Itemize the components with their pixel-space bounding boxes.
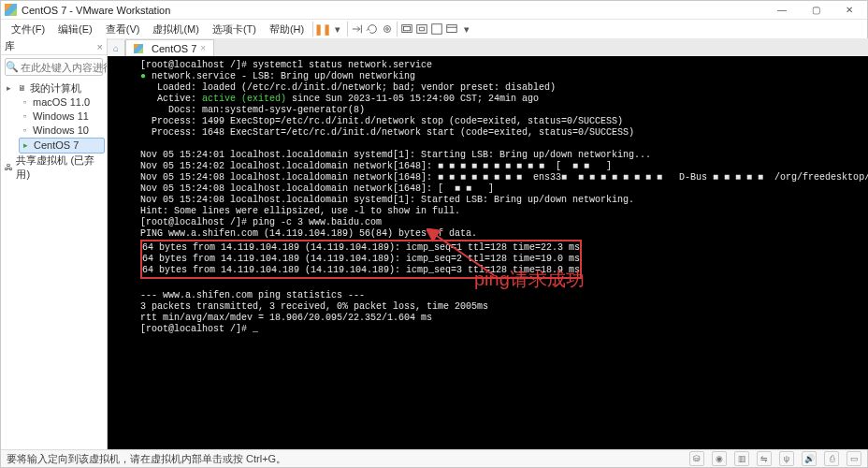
- menu-help[interactable]: 帮助(H): [263, 22, 311, 37]
- shared-icon: 🖧: [4, 163, 13, 173]
- sidebar-title: 库: [5, 39, 15, 53]
- tree-shared[interactable]: 🖧共享虚拟机 (已弃用): [3, 154, 105, 182]
- titlebar: CentOS 7 - VMware Workstation — ▢ ✕: [1, 1, 867, 20]
- device-floppy-icon[interactable]: ▥: [734, 451, 749, 466]
- tab-home[interactable]: ⌂: [108, 40, 125, 56]
- sidebar-close-icon[interactable]: ×: [97, 41, 103, 52]
- tab-vm-icon: [134, 44, 143, 53]
- svg-point-0: [384, 26, 391, 33]
- unity-icon[interactable]: [444, 22, 459, 37]
- svg-point-1: [386, 28, 389, 31]
- terminal[interactable]: [root@localhost /]# systemctl status net…: [108, 56, 868, 449]
- svg-rect-3: [404, 26, 411, 30]
- vm-running-icon: ▸: [21, 140, 31, 151]
- menubar: 文件(F) 编辑(E) 查看(V) 虚拟机(M) 选项卡(T) 帮助(H) ❚❚…: [1, 20, 867, 38]
- vm-icon: ▫: [20, 111, 30, 122]
- snapshot-icon[interactable]: [380, 22, 395, 37]
- expand-icon[interactable]: ▸: [4, 83, 14, 94]
- vm-icon: ▫: [20, 125, 30, 136]
- menu-view[interactable]: 查看(V): [99, 22, 147, 37]
- send-icon[interactable]: [350, 22, 365, 37]
- menu-edit[interactable]: 编辑(E): [51, 22, 99, 37]
- cycle-icon[interactable]: [365, 22, 380, 37]
- svg-rect-5: [432, 24, 442, 35]
- tree-item-centos7[interactable]: ▸CentOS 7: [19, 138, 105, 154]
- tab-close-icon[interactable]: ×: [200, 43, 206, 53]
- close-button[interactable]: ✕: [835, 3, 863, 18]
- tree-root[interactable]: ▸🖥我的计算机: [3, 81, 105, 95]
- statusbar: 要将输入定向到该虚拟机，请在虚拟机内部单击或按 Ctrl+G。 ⛁ ◉ ▥ ⇋ …: [1, 449, 867, 467]
- tree-item-win11[interactable]: ▫Windows 11: [19, 110, 105, 124]
- svg-rect-6: [447, 25, 457, 33]
- library-tree: ▸🖥我的计算机 ▫macOS 11.0 ▫Windows 11 ▫Windows…: [1, 79, 107, 184]
- tab-label: CentOS 7: [152, 43, 196, 54]
- menu-vm[interactable]: 虚拟机(M): [146, 22, 206, 37]
- status-device-icons: ⛁ ◉ ▥ ⇋ ψ 🔊 ⎙ ▭: [689, 451, 861, 466]
- tree-item-win10[interactable]: ▫Windows 10: [19, 124, 105, 138]
- svg-rect-4: [417, 25, 427, 34]
- vm-icon: ▫: [20, 97, 30, 108]
- device-display-icon[interactable]: ▭: [846, 451, 861, 466]
- tab-centos7[interactable]: CentOS 7 ×: [125, 39, 214, 56]
- minimize-button[interactable]: —: [768, 3, 796, 18]
- device-printer-icon[interactable]: ⎙: [824, 451, 839, 466]
- device-disk-icon[interactable]: ⛁: [689, 451, 704, 466]
- maximize-button[interactable]: ▢: [802, 3, 830, 18]
- sidebar: 库 × 🔍 ▾ ▸🖥我的计算机 ▫macOS 11.0 ▫Windows 11 …: [1, 38, 108, 449]
- dropdown-icon[interactable]: ▾: [330, 22, 345, 37]
- vmware-logo-icon: [5, 4, 17, 16]
- fullscreen-icon[interactable]: [429, 22, 444, 37]
- status-text: 要将输入定向到该虚拟机，请在虚拟机内部单击或按 Ctrl+G。: [7, 452, 286, 466]
- tree-item-macos[interactable]: ▫macOS 11.0: [19, 95, 105, 110]
- computer-icon: 🖥: [17, 83, 27, 94]
- menu-tabs[interactable]: 选项卡(T): [206, 22, 263, 37]
- fit-icon[interactable]: [414, 22, 429, 37]
- search-icon: 🔍: [6, 61, 19, 73]
- pause-icon[interactable]: ❚❚: [315, 22, 330, 37]
- tabbar: ⌂ CentOS 7 ×: [108, 38, 868, 56]
- device-sound-icon[interactable]: 🔊: [802, 451, 817, 466]
- window-title: CentOS 7 - VMware Workstation: [22, 5, 768, 16]
- device-cd-icon[interactable]: ◉: [712, 451, 727, 466]
- dropdown2-icon[interactable]: ▾: [459, 22, 474, 37]
- screen-icon[interactable]: [399, 22, 414, 37]
- menu-file[interactable]: 文件(F): [5, 22, 51, 37]
- annotation-text: ping请求成功: [474, 267, 585, 292]
- device-usb-icon[interactable]: ψ: [779, 451, 794, 466]
- search-box[interactable]: 🔍 ▾: [5, 58, 103, 76]
- device-net-icon[interactable]: ⇋: [757, 451, 772, 466]
